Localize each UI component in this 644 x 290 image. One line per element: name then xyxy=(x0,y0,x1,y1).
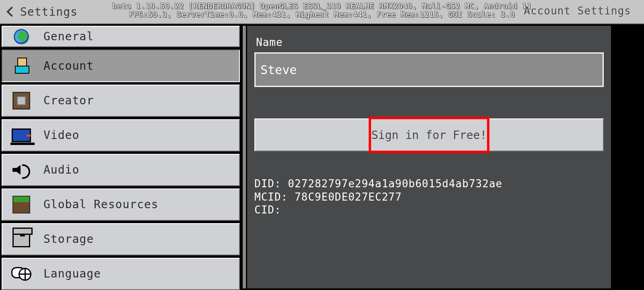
language-icon xyxy=(11,264,31,284)
command-block-icon xyxy=(11,91,31,111)
sidebar: General Account Creator Video Audio Glob… xyxy=(0,24,242,290)
globe-icon xyxy=(11,29,31,45)
content-outer: Name Sign in for Free! DID: 027282797e29… xyxy=(247,24,644,290)
header-title: Settings xyxy=(20,5,78,19)
sidebar-item-video[interactable]: Video xyxy=(2,119,240,151)
cid-label: CID: xyxy=(254,204,281,216)
sidebar-item-label: Video xyxy=(43,128,79,142)
sidebar-item-creator[interactable]: Creator xyxy=(2,85,240,117)
sidebar-item-storage[interactable]: Storage xyxy=(2,223,240,255)
did-value: 027282797e294a1a90b6015d4ab732ae xyxy=(288,178,502,190)
sidebar-item-audio[interactable]: Audio xyxy=(2,154,240,186)
name-label: Name xyxy=(256,36,604,48)
grass-block-icon xyxy=(11,195,31,215)
sidebar-item-label: Creator xyxy=(43,94,94,107)
sidebar-item-label: Account xyxy=(43,59,94,72)
sidebar-item-general[interactable]: General xyxy=(2,26,240,47)
right-black-bar xyxy=(611,24,644,290)
storage-box-icon xyxy=(11,229,31,249)
signin-wrap: Sign in for Free! xyxy=(254,118,604,151)
sidebar-item-language[interactable]: Language xyxy=(2,258,240,290)
monitor-icon xyxy=(11,125,31,145)
sidebar-item-label: General xyxy=(43,30,94,43)
account-ids: DID: 027282797e294a1a90b6015d4ab732ae MC… xyxy=(254,177,604,217)
sign-in-button[interactable]: Sign in for Free! xyxy=(254,118,604,151)
speaker-icon xyxy=(11,160,31,180)
sidebar-item-account[interactable]: Account xyxy=(2,50,240,82)
header-bar: Settings beta 1.19.50.22 [RENDERDRAGON] … xyxy=(0,0,644,24)
name-input[interactable] xyxy=(254,52,604,87)
sidebar-item-label: Audio xyxy=(43,163,79,176)
sidebar-item-label: Language xyxy=(43,267,101,280)
body: General Account Creator Video Audio Glob… xyxy=(0,24,644,290)
mcid-value: 78C9E0DE027EC277 xyxy=(295,191,402,203)
account-icon xyxy=(11,56,31,76)
sidebar-item-label: Storage xyxy=(43,232,94,246)
content-panel: Name Sign in for Free! DID: 027282797e29… xyxy=(247,26,611,288)
back-button[interactable]: Settings xyxy=(0,5,78,19)
header-section-title: Account Settings xyxy=(524,5,631,17)
did-label: DID: xyxy=(254,178,281,190)
chevron-left-icon xyxy=(6,6,17,17)
vertical-divider xyxy=(242,24,247,290)
sidebar-item-global-resources[interactable]: Global Resources xyxy=(2,188,240,221)
mcid-label: MCID: xyxy=(254,191,288,203)
sidebar-item-label: Global Resources xyxy=(43,198,159,211)
